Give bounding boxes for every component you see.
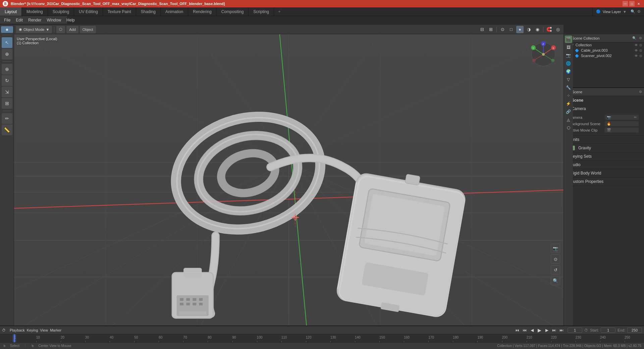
bg-scene-value[interactable]: 🔥 (605, 121, 639, 126)
scanner-eye2[interactable]: ⊙ (639, 54, 642, 58)
keying-menu[interactable]: Keying (27, 328, 38, 332)
maximize-button[interactable]: □ (629, 1, 635, 6)
snap-icon[interactable]: 🧲 (545, 26, 553, 33)
tl-next-keyframe[interactable]: ⏭ (551, 327, 557, 334)
add-workspace-button[interactable]: ＋ (274, 7, 285, 16)
outliner-item-cable[interactable]: ▸ 🔷 Cable_pivot.003 👁 ⊙ (564, 48, 644, 53)
prop-icon-object[interactable]: ▽ (565, 76, 572, 83)
keying-sets-header[interactable]: ▸ Keying Sets (564, 152, 644, 160)
menu-edit[interactable]: Edit (13, 17, 25, 23)
tab-rendering[interactable]: Rendering (188, 7, 216, 16)
scanner-eye[interactable]: 👁 (635, 54, 638, 58)
object-menu[interactable]: Object (80, 26, 96, 33)
prop-icon-constraints[interactable]: 🔗 (565, 108, 572, 115)
tl-prev-keyframe[interactable]: ⏮ (521, 327, 528, 334)
menu-render[interactable]: Render (25, 17, 44, 23)
tool-move[interactable]: ⊕ (2, 64, 12, 74)
show-in-front[interactable]: ⊙ (499, 26, 506, 33)
tl-step-back[interactable]: ◀ (529, 327, 535, 334)
solid-shading[interactable]: ● (516, 26, 524, 33)
outliner-item-collection[interactable]: ▼ ▼ Collection 👁 ⊙ (564, 42, 644, 48)
viewport-overlays-icon[interactable]: ⊟ (478, 26, 486, 33)
menu-help[interactable]: Help (64, 17, 77, 23)
camera-edit-icon[interactable]: ✏ (634, 115, 637, 119)
prop-icon-render[interactable]: 🎬 (565, 36, 572, 43)
proportional-edit[interactable]: ◎ (554, 26, 561, 33)
current-frame-input[interactable] (568, 328, 582, 333)
camera-btn2[interactable]: ⊙ (551, 254, 560, 264)
menu-file[interactable]: File (1, 17, 13, 23)
tab-compositing[interactable]: Compositing (217, 7, 249, 16)
scene-filter-icon[interactable]: 🔍 (631, 9, 635, 14)
camera-prop-value[interactable]: 📷 ✏ (605, 115, 639, 120)
tab-animation[interactable]: Animation (161, 7, 188, 16)
camera-section-header[interactable]: ▼ Camera (564, 105, 644, 113)
end-frame-input[interactable] (627, 328, 642, 333)
collection-eye[interactable]: 👁 (635, 43, 638, 47)
minimize-button[interactable]: ─ (623, 1, 628, 6)
camera-view-btn[interactable]: 📷 (551, 244, 560, 253)
tab-uv-editing[interactable]: UV Editing (74, 7, 103, 16)
tool-measure[interactable]: 📏 (2, 124, 12, 135)
menu-window[interactable]: Window (44, 17, 64, 23)
prop-icon-scene[interactable]: 🌐 (565, 60, 572, 67)
prop-icon-particles[interactable]: ⁘ (565, 92, 572, 99)
tl-step-forward[interactable]: ▶ (543, 327, 550, 334)
tool-rotate[interactable]: ↻ (2, 75, 12, 86)
tool-select[interactable]: ↖ (2, 37, 12, 48)
tl-play-pause[interactable]: ▶ (536, 327, 543, 334)
cable-eye[interactable]: 👁 (635, 49, 638, 52)
prop-icon-physics[interactable]: ⚡ (565, 100, 572, 107)
wireframe-toggle[interactable]: □ (507, 26, 515, 33)
tab-shading[interactable]: Shading (136, 7, 161, 16)
units-section-header[interactable]: ▸ Units (564, 136, 644, 144)
mode-selector[interactable]: ◉ (1, 26, 13, 33)
window-controls[interactable]: ─ □ ✕ (623, 1, 641, 6)
prop-icon-material[interactable]: ⬡ (565, 124, 572, 132)
scene-options-icon[interactable]: ⚙ (637, 9, 641, 14)
marker-menu[interactable]: Marker (50, 328, 61, 332)
viewport-shading-wire[interactable]: ⬡ (56, 26, 65, 33)
prop-icon-data[interactable]: ◬ (565, 116, 572, 123)
prop-icon-view-layer[interactable]: 📷 (565, 52, 572, 59)
outliner-filter[interactable]: 🔍 (632, 36, 636, 40)
start-frame-input[interactable] (601, 328, 615, 333)
nav-orbit[interactable]: ↺ (551, 265, 560, 275)
material-preview[interactable]: ◑ (525, 26, 532, 33)
prop-icon-world[interactable]: 🌍 (565, 68, 572, 75)
tab-modeling[interactable]: Modeling (22, 7, 48, 16)
tool-scale[interactable]: ⇲ (2, 87, 12, 97)
tab-scripting[interactable]: Scripting (249, 7, 274, 16)
collection-eye2[interactable]: ⊙ (639, 43, 642, 47)
tab-texture-paint[interactable]: Texture Paint (103, 7, 136, 16)
close-button[interactable]: ✕ (636, 1, 641, 6)
tool-transform[interactable]: ⊞ (2, 98, 12, 109)
view-menu[interactable]: View (40, 328, 48, 332)
tool-annotate[interactable]: ✏ (2, 113, 12, 124)
outliner-settings[interactable]: ⚙ (639, 36, 642, 40)
gravity-section-header[interactable]: ▸ ✓ Gravity (564, 144, 644, 152)
movie-clip-value[interactable]: 🎬 (605, 128, 639, 133)
viewport-gizmos-icon[interactable]: ⊞ (487, 26, 494, 33)
audio-section-header[interactable]: ▸ Audio (564, 161, 644, 169)
tab-layout[interactable]: Layout (0, 7, 22, 16)
view-layer-name[interactable]: View Layer (603, 10, 621, 14)
props-settings[interactable]: ⚙ (639, 90, 642, 94)
rigid-body-header[interactable]: ▸ Rigid Body World (564, 169, 644, 177)
tab-sculpting[interactable]: Sculpting (48, 7, 74, 16)
view-layer-expand[interactable]: ▼ (623, 10, 627, 14)
nav-zoom[interactable]: 🔍 (551, 276, 560, 285)
object-mode-dropdown[interactable]: ◉ Object Mode ▼ (16, 26, 52, 33)
outliner-item-scanner[interactable]: ▸ 🔷 Scanner_pivot.002 👁 ⊙ (564, 53, 644, 58)
cable-eye2[interactable]: ⊙ (639, 49, 642, 52)
tl-jump-start[interactable]: ⏮ (514, 327, 521, 334)
viewport-3d[interactable]: User Perspective (Local) (1) Collection … (14, 34, 564, 326)
prop-icon-modifiers[interactable]: 🔧 (565, 84, 572, 91)
navigation-gizmo[interactable]: X Y Z (530, 41, 557, 68)
playback-menu[interactable]: Playback (10, 328, 25, 332)
add-menu[interactable]: Add (66, 26, 78, 33)
tool-cursor[interactable]: ⊕ (2, 49, 12, 59)
rendered-preview[interactable]: ◉ (534, 26, 541, 33)
custom-props-header[interactable]: ▸ Custom Properties (564, 178, 644, 186)
tl-jump-end[interactable]: ⏭ (558, 327, 565, 334)
